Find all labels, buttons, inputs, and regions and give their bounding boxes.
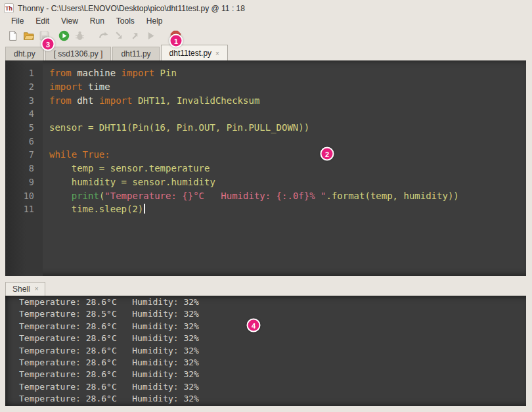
shell-tab[interactable]: Shell ×	[5, 282, 45, 296]
tab-label: dht.py	[14, 49, 35, 58]
line-number: 4	[5, 108, 43, 119]
thonny-icon: Th	[4, 3, 14, 13]
code-line: 4	[5, 107, 526, 121]
step-into-button	[113, 30, 125, 42]
code-line: 8 temp = sensor.temperature	[5, 162, 526, 175]
debug-script-button	[74, 30, 86, 42]
shell-line: Temperature: 28.6°C Humidity: 32%	[5, 332, 526, 344]
tab-label: dht11.py	[121, 49, 150, 58]
step-out-button	[129, 30, 141, 42]
new-file-icon	[7, 30, 18, 41]
run-script-icon	[58, 30, 70, 41]
window-title: Thonny - C:\Users\LENOVO\Desktop\pico\dh…	[18, 4, 245, 13]
run-script-button[interactable]	[58, 30, 70, 42]
code-line: 7while True:	[5, 148, 526, 162]
shell-line: Temperature: 28.6°C Humidity: 32%	[5, 369, 526, 380]
code-line: 1from machine import Pin	[5, 66, 526, 80]
editor-tab-bar: dht.py[ ssd1306.py ]dht11.pydht11test.py…	[0, 45, 532, 60]
resume-icon	[145, 30, 156, 41]
code-text: humidity = sensor.humidity	[43, 177, 215, 187]
line-number: 5	[5, 122, 43, 133]
line-number: 11	[5, 204, 43, 214]
debug-script-icon	[74, 30, 85, 41]
code-text: temp = sensor.temperature	[43, 163, 210, 173]
text-cursor	[144, 204, 145, 214]
editor-tab-dht11.py[interactable]: dht11.py	[112, 47, 159, 60]
shell-line: Temperature: 28.6°C Humidity: 32%	[5, 393, 526, 405]
title-bar: Th Thonny - C:\Users\LENOVO\Desktop\pico…	[0, 0, 532, 14]
code-line: 3from dht import DHT11, InvalidChecksum	[5, 93, 526, 107]
toolbar: STOP	[0, 27, 532, 45]
step-out-icon	[129, 30, 141, 41]
code-text: while True:	[43, 149, 110, 160]
code-text: from machine import Pin	[43, 68, 177, 78]
shell-output: Temperature: 28.6°C Humidity: 32%Tempera…	[5, 296, 526, 405]
editor-lines: 1from machine import Pin2import time3fro…	[5, 66, 526, 216]
shell-panel[interactable]: Temperature: 28.6°C Humidity: 32%Tempera…	[5, 296, 526, 406]
code-line: 9 humidity = sensor.humidity	[5, 175, 526, 189]
step-into-icon	[114, 30, 125, 41]
shell-tab-label: Shell	[12, 285, 30, 294]
open-file-button[interactable]	[22, 30, 35, 42]
shell-line: Temperature: 28.6°C Humidity: 32%	[5, 296, 526, 308]
code-text: from dht import DHT11, InvalidChecksum	[43, 95, 259, 106]
code-line: 2import time	[5, 80, 526, 94]
shell-line: Temperature: 28.6°C Humidity: 32%	[5, 381, 526, 393]
tab-label: [ ssd1306.py ]	[54, 49, 103, 58]
code-text: import time	[43, 81, 110, 92]
code-line: 11 time.sleep(2)	[5, 202, 526, 216]
line-number: 9	[5, 177, 43, 187]
line-number: 8	[5, 163, 43, 173]
tab-label: dht11test.py	[169, 49, 212, 58]
line-number: 1	[5, 68, 43, 78]
shell-line: Temperature: 28.6°C Humidity: 32%	[5, 345, 526, 357]
shell-line: Temperature: 28.5°C Humidity: 32%	[5, 308, 526, 320]
line-number: 7	[5, 149, 43, 160]
code-text: sensor = DHT11(Pin(16, Pin.OUT, Pin.PULL…	[43, 122, 309, 133]
line-number: 2	[5, 81, 43, 92]
annotation-badge-1: 1	[169, 34, 183, 48]
code-line: 10 print("Temperature: {}°C Humidity: {:…	[5, 189, 526, 202]
new-file-button[interactable]	[7, 30, 19, 42]
annotation-badge-2: 2	[321, 147, 334, 161]
editor-tab-dht.py[interactable]: dht.py	[5, 47, 44, 60]
shell-line: Temperature: 28.6°C Humidity: 32%	[5, 321, 526, 332]
shell-close-icon[interactable]: ×	[35, 285, 39, 292]
line-number: 6	[5, 136, 43, 147]
open-file-icon	[23, 30, 34, 41]
code-line: 5sensor = DHT11(Pin(16, Pin.OUT, Pin.PUL…	[5, 121, 526, 135]
menu-item-tools[interactable]: Tools	[110, 16, 141, 26]
annotation-badge-4: 4	[247, 319, 261, 332]
step-over-button	[97, 30, 110, 42]
line-number: 3	[5, 95, 43, 106]
menu-item-help[interactable]: Help	[141, 16, 169, 26]
line-number: 10	[5, 191, 43, 201]
code-line: 6	[5, 134, 526, 148]
menu-item-edit[interactable]: Edit	[30, 16, 55, 26]
menu-item-view[interactable]: View	[55, 16, 84, 26]
shell-line: Temperature: 28.6°C Humidity: 32%	[5, 357, 526, 369]
code-text: print("Temperature: {}°C Humidity: {:.0f…	[43, 191, 459, 201]
annotation-badge-3: 3	[41, 37, 55, 51]
code-editor[interactable]: 1from machine import Pin2import time3fro…	[5, 60, 526, 276]
editor-tab-dht11test.py[interactable]: dht11test.py×	[161, 45, 228, 60]
code-text: time.sleep(2)	[43, 204, 145, 214]
resume-button	[144, 30, 157, 42]
step-over-icon	[98, 30, 109, 41]
tab-close-icon[interactable]: ×	[215, 50, 219, 57]
menu-bar: FileEditViewRunToolsHelp	[0, 14, 532, 27]
menu-item-run[interactable]: Run	[84, 16, 110, 26]
editor-tab-ssd1306.py[interactable]: [ ssd1306.py ]	[45, 47, 112, 60]
menu-item-file[interactable]: File	[5, 16, 30, 26]
